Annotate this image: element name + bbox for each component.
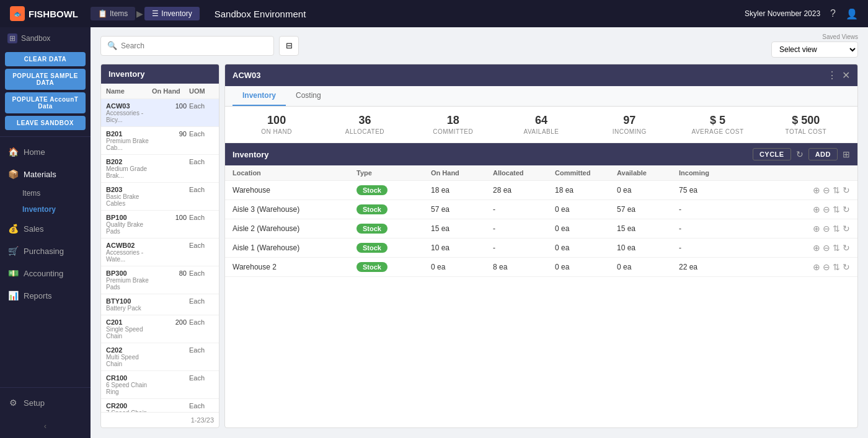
sort-row-icon[interactable]: ⇅ — [833, 224, 840, 234]
sort-row-icon[interactable]: ⇅ — [833, 204, 840, 214]
sidebar-item-home[interactable]: 🏠 Home — [0, 141, 91, 163]
cell-incoming: - — [679, 243, 741, 252]
add-button[interactable]: ADD — [808, 148, 838, 160]
item-code: B201 — [106, 130, 152, 138]
inventory-list-item[interactable]: B202 Medium Grade Brak... Each — [101, 155, 219, 183]
item-code: BTY100 — [106, 297, 152, 305]
remove-row-icon[interactable]: ⊖ — [823, 185, 830, 195]
sidebar-sub-inventory[interactable]: Inventory — [0, 201, 91, 217]
add-row-icon[interactable]: ⊕ — [813, 243, 820, 253]
sidebar-item-purchasing[interactable]: 🛒 Purchasing — [0, 240, 91, 262]
refresh-row-icon[interactable]: ↻ — [843, 262, 850, 272]
item-onhand — [152, 158, 189, 179]
inventory-list-item[interactable]: B201 Premium Brake Cab... 90 Each — [101, 127, 219, 155]
help-icon[interactable]: ? — [830, 8, 836, 19]
sort-row-icon[interactable]: ⇅ — [833, 185, 840, 195]
refresh-row-icon[interactable]: ↻ — [843, 204, 850, 214]
inventory-list-item[interactable]: BP300 Premium Brake Pads 80 Each — [101, 266, 219, 294]
remove-row-icon[interactable]: ⊖ — [823, 204, 830, 214]
cell-incoming: - — [679, 205, 741, 214]
item-description: Single Speed Chain — [106, 326, 152, 339]
cycle-button[interactable]: CYCLE — [753, 148, 791, 160]
refresh-row-icon[interactable]: ↻ — [843, 185, 850, 195]
sidebar-sub-items[interactable]: Items — [0, 185, 91, 201]
sort-row-icon[interactable]: ⇅ — [833, 243, 840, 253]
item-uom: Each — [189, 102, 214, 123]
inventory-table-section: Inventory CYCLE ↻ ADD ⊞ LocationTypeOn H… — [225, 143, 857, 427]
app-logo: 🐟 FISHBOWL — [10, 6, 78, 21]
item-description: Premium Brake Pads — [106, 277, 152, 291]
refresh-row-icon[interactable]: ↻ — [843, 243, 850, 253]
populate-sample-button[interactable]: POPULATE SAMPLE DATA — [5, 69, 86, 90]
add-row-icon[interactable]: ⊕ — [813, 185, 820, 195]
sidebar-item-materials[interactable]: 📦 Materials — [0, 163, 91, 185]
item-code: C202 — [106, 346, 152, 354]
add-row-icon[interactable]: ⊕ — [813, 224, 820, 234]
add-row-icon[interactable]: ⊕ — [813, 204, 820, 214]
filter-button[interactable]: ⊟ — [279, 36, 299, 56]
add-row-icon[interactable]: ⊕ — [813, 262, 820, 272]
inventory-list-item[interactable]: C201 Single Speed Chain 200 Each — [101, 315, 219, 343]
item-description: Accessories - Bicy... — [106, 110, 152, 123]
inventory-list-item[interactable]: C202 Multi Speed Chain Each — [101, 343, 219, 371]
refresh-row-icon[interactable]: ↻ — [843, 224, 850, 234]
accounting-icon: 💵 — [7, 268, 19, 278]
breadcrumb-inventory[interactable]: ☰ Inventory — [144, 7, 199, 20]
inventory-list-item[interactable]: BP100 Quality Brake Pads 100 Each — [101, 211, 219, 239]
logo-text: FISHBOWL — [29, 9, 78, 19]
row-actions: ⊕ ⊖ ⇅ ↻ — [741, 262, 850, 272]
refresh-icon[interactable]: ↻ — [796, 149, 804, 159]
user-avatar-icon[interactable]: 👤 — [846, 8, 858, 20]
item-onhand — [152, 346, 189, 367]
search-input[interactable] — [121, 42, 267, 50]
inventory-list-item[interactable]: CR100 6 Speed Chain Ring Each — [101, 371, 219, 399]
sidebar-item-accounting[interactable]: 💵 Accounting — [0, 262, 91, 284]
item-code: B202 — [106, 158, 152, 165]
sidebar-action-buttons: CLEAR DATA POPULATE SAMPLE DATA POPULATE… — [0, 50, 91, 133]
remove-row-icon[interactable]: ⊖ — [823, 262, 830, 272]
inventory-list-pagination: 1-23/23 — [101, 412, 219, 427]
remove-row-icon[interactable]: ⊖ — [823, 243, 830, 253]
saved-views-select[interactable]: Select view — [771, 42, 858, 58]
inventory-table-actions: CYCLE ↻ ADD ⊞ — [753, 148, 850, 160]
sidebar-item-sales[interactable]: 💰 Sales — [0, 217, 91, 240]
inventory-list-item[interactable]: CR200 7 Speed Chain Ring Each — [101, 399, 219, 412]
sidebar-item-setup[interactable]: ⚙ Setup — [0, 392, 91, 414]
item-uom: Each — [189, 318, 214, 339]
item-description: Quality Brake Pads — [106, 221, 152, 235]
sidebar-home-label: Home — [24, 147, 45, 157]
populate-account-button[interactable]: POPULATE AccounT Data — [5, 92, 86, 113]
clear-data-button[interactable]: CLEAR DATA — [5, 52, 86, 66]
remove-row-icon[interactable]: ⊖ — [823, 224, 830, 234]
item-uom: Each — [189, 214, 214, 235]
inventory-list-item[interactable]: BTY100 Battery Pack Each — [101, 294, 219, 315]
detail-tab-costing[interactable]: Costing — [286, 86, 331, 106]
leave-sandbox-button[interactable]: LEAVE SANDBOX — [5, 116, 86, 130]
detail-tabs: InventoryCosting — [225, 86, 857, 107]
search-icon: 🔍 — [107, 41, 117, 50]
add-grid-icon[interactable]: ⊞ — [843, 149, 850, 159]
detail-menu-icon[interactable]: ⋮ — [827, 69, 837, 81]
item-description: Premium Brake Cab... — [106, 138, 152, 151]
item-uom: Each — [189, 297, 214, 312]
detail-close-icon[interactable]: ✕ — [842, 69, 850, 81]
sidebar-reports-label: Reports — [24, 291, 52, 300]
sidebar-item-reports[interactable]: 📊 Reports — [0, 284, 91, 307]
item-code: B203 — [106, 186, 152, 193]
stat-total-cost: $ 500 TOTAL COST — [764, 114, 848, 135]
inventory-list-columns: Name On Hand UOM — [101, 84, 219, 99]
item-code: C201 — [106, 318, 152, 326]
row-actions: ⊕ ⊖ ⇅ ↻ — [741, 243, 850, 253]
detail-tab-inventory[interactable]: Inventory — [232, 86, 286, 106]
cell-type: Stock — [356, 262, 431, 272]
breadcrumb-arrow: ▶ — [136, 9, 143, 19]
sidebar-collapse-button[interactable]: ‹ — [0, 414, 91, 438]
inventory-list-item[interactable]: ACWB02 Accessories - Wate... Each — [101, 239, 219, 266]
sidebar-footer: ⚙ Setup ‹ — [0, 383, 91, 438]
breadcrumb-items[interactable]: 📋 Items — [91, 7, 135, 20]
sort-row-icon[interactable]: ⇅ — [833, 262, 840, 272]
stat-value: 100 — [235, 114, 318, 127]
item-onhand: 200 — [152, 318, 189, 339]
inventory-list-item[interactable]: B203 Basic Brake Cables Each — [101, 183, 219, 211]
inventory-list-item[interactable]: ACW03 Accessories - Bicy... 100 Each — [101, 99, 219, 127]
